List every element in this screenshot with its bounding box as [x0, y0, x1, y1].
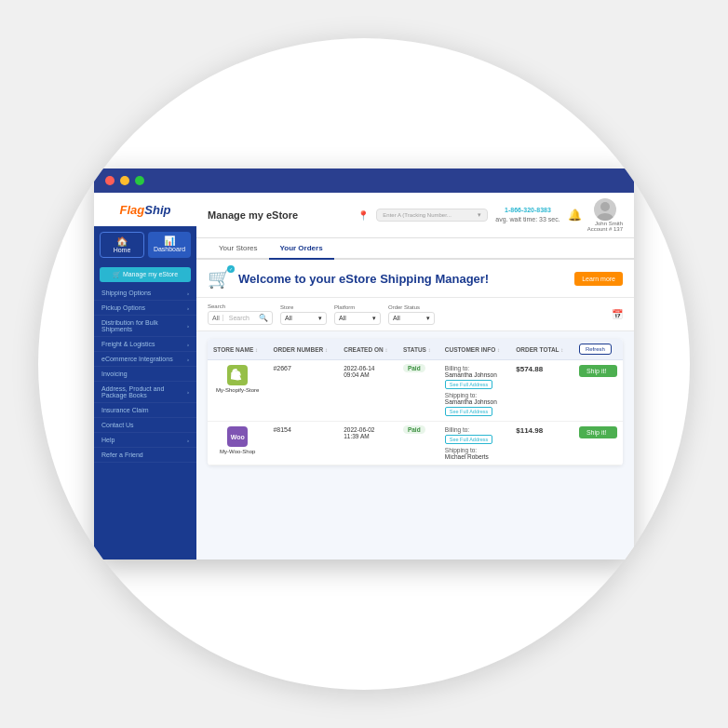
- ship-button[interactable]: Ship it!: [579, 426, 617, 438]
- bell-icon[interactable]: 🔔: [568, 209, 582, 222]
- sidebar-item-insurance[interactable]: Insurance Claim: [94, 403, 196, 418]
- chevron-right-icon: ›: [187, 290, 189, 296]
- sidebar-label: Contact Us: [101, 422, 134, 428]
- sort-icon[interactable]: ↕: [560, 347, 563, 353]
- see-full-address-button[interactable]: See Full Address: [445, 380, 493, 389]
- sidebar-item-address[interactable]: Address, Product and Package Books ›: [94, 382, 196, 403]
- chevron-down-icon: ▾: [372, 315, 376, 322]
- chevron-right-icon: ›: [187, 323, 189, 329]
- dashboard-icon: 📊: [150, 236, 189, 246]
- table-header-row: STORE NAME ↕ ORDER NUMBER ↕ CREATED ON: [208, 339, 623, 360]
- sidebar-item-contact[interactable]: Contact Us: [94, 418, 196, 433]
- search-input-wrap[interactable]: All Search 🔍: [208, 311, 273, 325]
- sidebar-item-invoicing[interactable]: Invoicing: [94, 367, 196, 382]
- search-icon: 🔍: [259, 314, 268, 322]
- shipping-name: Michael Roberts: [445, 453, 505, 460]
- sidebar-item-refer[interactable]: Refer a Friend: [94, 448, 196, 463]
- created-on-cell: 2022-06-1409:04 AM: [338, 360, 398, 422]
- dropdown-arrow-icon: ▾: [478, 211, 481, 219]
- sort-icon[interactable]: ↕: [385, 347, 388, 353]
- manage-estore-button[interactable]: 🛒 Manage my eStore: [100, 267, 191, 282]
- tab-your-stores[interactable]: Your Stores: [208, 238, 269, 260]
- orders-table: STORE NAME ↕ ORDER NUMBER ↕ CREATED ON: [208, 339, 623, 465]
- sidebar-label: Invoicing: [101, 371, 128, 377]
- header-icons: 🔔 John Smith Account # 137: [568, 198, 623, 232]
- tab-bar: Your Stores Your Orders: [196, 238, 634, 260]
- home-icon: 🏠: [102, 236, 142, 247]
- sidebar-item-pickup-options[interactable]: Pickup Options ›: [94, 301, 196, 316]
- sidebar-label: Freight & Logistics: [101, 341, 155, 347]
- refresh-button[interactable]: Refresh: [579, 344, 612, 355]
- status-cell: Paid: [398, 360, 439, 422]
- dot-green[interactable]: [135, 176, 144, 185]
- sort-icon[interactable]: ↕: [255, 347, 258, 353]
- platform-select[interactable]: All ▾: [334, 312, 381, 325]
- order-total: $574.88: [516, 365, 543, 373]
- welcome-section: 🛒 ✓ Welcome to your eStore Shipping Mana…: [196, 260, 634, 298]
- store-select[interactable]: All ▾: [280, 312, 327, 325]
- ship-button[interactable]: Ship it!: [579, 365, 617, 377]
- page-title: Manage my eStore: [208, 209, 350, 221]
- sidebar-item-help[interactable]: Help ›: [94, 433, 196, 448]
- chevron-right-icon: ›: [187, 357, 189, 362]
- welcome-title: Welcome to your eStore Shipping Manager!: [238, 272, 567, 286]
- see-full-address-button[interactable]: See Full Address: [445, 407, 493, 416]
- sidebar-label: Shipping Options: [101, 290, 151, 296]
- created-date: 2022-06-0211:39 AM: [344, 426, 374, 439]
- dashboard-label: Dashboard: [154, 246, 185, 252]
- avatar[interactable]: [594, 198, 616, 221]
- sidebar-label: Distribution for Bulk Shipments: [101, 319, 184, 332]
- app-body: Flag Ship 🏠 Home 📊 Dashboard 🛒 Manage my…: [94, 193, 634, 559]
- action-cell: Ship it!: [573, 360, 623, 422]
- sidebar-item-ecommerce[interactable]: eCommerce Integrations ›: [94, 352, 196, 367]
- sort-icon[interactable]: ↕: [325, 347, 328, 353]
- dashboard-nav-btn[interactable]: 📊 Dashboard: [148, 232, 191, 258]
- dot-yellow[interactable]: [120, 176, 129, 185]
- sidebar-label: Insurance Claim: [101, 407, 149, 413]
- sidebar-item-distribution[interactable]: Distribution for Bulk Shipments ›: [94, 316, 196, 337]
- sort-icon[interactable]: ↕: [497, 347, 500, 353]
- chevron-down-icon: ▾: [318, 315, 322, 322]
- order-status-select[interactable]: All ▾: [388, 312, 435, 325]
- store-group: Store All ▾: [280, 304, 327, 325]
- see-full-address-button[interactable]: See Full Address: [445, 435, 493, 444]
- order-total-cell: $114.98: [510, 422, 573, 465]
- status-cell: Paid: [398, 422, 439, 465]
- sidebar-nav-icons: 🏠 Home 📊 Dashboard: [94, 226, 196, 263]
- sidebar-label: eCommerce Integrations: [101, 356, 173, 362]
- tab-your-orders[interactable]: Your Orders: [269, 238, 334, 260]
- filter-bar: Search All Search 🔍 Store All ▾: [196, 298, 634, 331]
- sidebar-label: Refer a Friend: [101, 452, 143, 458]
- order-number: #8154: [273, 426, 290, 433]
- col-status: STATUS ↕: [398, 339, 439, 360]
- browser-chrome: [94, 169, 634, 193]
- platform-label: Platform: [334, 304, 381, 310]
- order-number-cell: #2667: [267, 360, 338, 422]
- chevron-right-icon: ›: [187, 342, 189, 347]
- top-header: Manage my eStore 📍 Enter A (Tracking Num…: [196, 193, 634, 238]
- sidebar-item-shipping-options[interactable]: Shipping Options ›: [94, 286, 196, 301]
- sort-icon[interactable]: ↕: [428, 347, 431, 353]
- sidebar-label: Help: [101, 437, 115, 443]
- page-content: Your Stores Your Orders 🛒 ✓ Welcome to y…: [196, 238, 634, 559]
- main-circle: Flag Ship 🏠 Home 📊 Dashboard 🛒 Manage my…: [38, 38, 690, 690]
- home-nav-btn[interactable]: 🏠 Home: [100, 232, 144, 258]
- calendar-icon[interactable]: 📅: [612, 309, 623, 319]
- status-badge: Paid: [403, 364, 425, 372]
- sidebar-item-freight[interactable]: Freight & Logistics ›: [94, 337, 196, 352]
- created-date: 2022-06-1409:04 AM: [344, 365, 374, 378]
- table-row: Woo My-Woo-Shop #8154 2022-06-0211:39 AM: [208, 422, 623, 465]
- cart-badge: ✓: [227, 265, 235, 273]
- phone-number: 1-866-320-8383 avg. wait time: 33 sec.: [495, 206, 559, 224]
- learn-more-button[interactable]: Learn more: [574, 272, 623, 286]
- dot-red[interactable]: [105, 176, 115, 185]
- tracking-input[interactable]: Enter A (Tracking Number... ▾: [376, 209, 488, 222]
- location-icon: 📍: [357, 210, 369, 221]
- tracking-placeholder: Enter A (Tracking Number...: [383, 212, 451, 218]
- store-name-cell: My-Shopify-Store: [208, 360, 267, 422]
- col-action: Refresh: [573, 339, 623, 360]
- sidebar-label: Address, Product and Package Books: [101, 385, 184, 398]
- action-cell: Ship it!: [573, 422, 623, 465]
- order-total-cell: $574.88: [510, 360, 573, 422]
- home-label: Home: [114, 247, 131, 253]
